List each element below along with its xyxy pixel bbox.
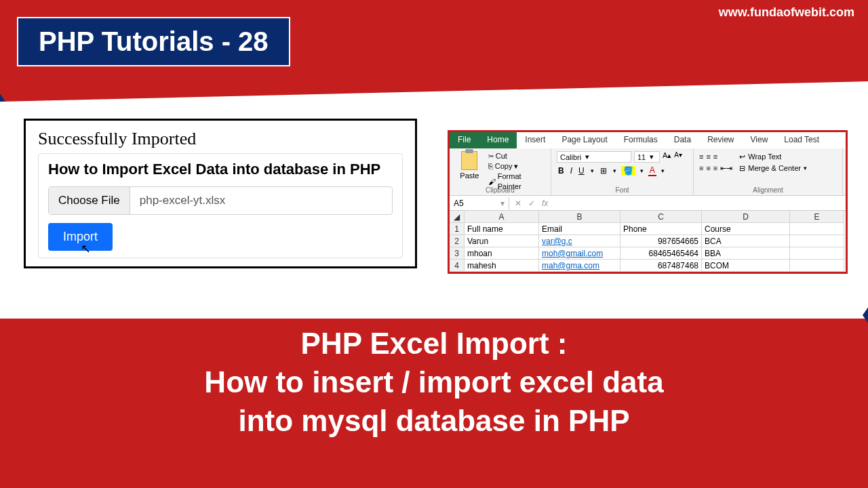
merge-center-button[interactable]: ⊟ Merge & Center ▾ <box>739 163 807 174</box>
cell[interactable]: BCOM <box>702 260 790 272</box>
font-group: Calibri▾ 11▾ A▴ A▾ B I U▾ ⊞▾ 🪣▾ A▾ Font <box>551 148 694 195</box>
cancel-icon[interactable]: ✕ <box>515 199 521 208</box>
tab-load-test[interactable]: Load Test <box>776 132 827 148</box>
bold-button[interactable]: B <box>557 166 566 176</box>
row-header[interactable]: 2 <box>450 235 465 247</box>
col-header-c[interactable]: C <box>620 211 702 223</box>
shrink-font-icon[interactable]: A▾ <box>674 151 682 163</box>
indent-icon[interactable]: ⇤⇥ <box>720 163 732 174</box>
scissors-icon: ✂ <box>488 151 494 161</box>
caption: PHP Excel Import : How to insert / impor… <box>0 324 868 441</box>
cell[interactable]: var@g.c <box>539 235 620 247</box>
cut-label: Cut <box>496 151 507 161</box>
alignment-group-label: Alignment <box>694 186 842 194</box>
chevron-down-icon: ▾ <box>585 152 589 161</box>
cell[interactable]: 687487468 <box>620 260 702 272</box>
col-header-b[interactable]: B <box>539 211 620 223</box>
formula-bar: A5 ▾ ✕✓fx <box>450 196 846 211</box>
align-center-icon[interactable]: ≡ <box>706 163 710 174</box>
confirm-icon[interactable]: ✓ <box>528 199 535 208</box>
cell[interactable] <box>790 247 844 260</box>
row-header[interactable]: 3 <box>450 247 465 260</box>
tutorial-title-box: PHP Tutorials - 28 <box>17 17 290 66</box>
cell[interactable] <box>790 223 844 235</box>
row-header[interactable]: 1 <box>450 223 465 235</box>
chevron-down-icon: ▾ <box>589 167 595 174</box>
cell[interactable]: mhoan <box>465 247 539 260</box>
font-size-value: 11 <box>637 153 646 161</box>
cell-reference[interactable]: A5 ▾ <box>450 197 509 209</box>
cell[interactable] <box>790 260 844 272</box>
paste-button[interactable]: Paste <box>455 151 484 192</box>
select-all-corner[interactable]: ◢ <box>450 211 465 223</box>
paste-icon <box>461 151 477 170</box>
wrap-text-button[interactable]: ↩ Wrap Text <box>739 151 807 163</box>
cut-button[interactable]: ✂Cut <box>488 151 545 161</box>
grow-font-icon[interactable]: A▴ <box>663 151 671 163</box>
align-right-icon[interactable]: ≡ <box>713 163 717 174</box>
copy-button[interactable]: ⎘Copy ▾ <box>488 161 545 171</box>
alignment-group: ≡ ≡ ≡ ≡ ≡ ≡ ⇤⇥ ↩ Wrap Text ⊟ Merge & Cen… <box>694 148 843 195</box>
cell[interactable]: Varun <box>465 235 539 247</box>
tab-view[interactable]: View <box>743 132 776 148</box>
font-name-select[interactable]: Calibri▾ <box>557 151 631 163</box>
excel-window: File Home Insert Page Layout Formulas Da… <box>448 130 848 274</box>
font-group-label: Font <box>551 186 693 194</box>
cell[interactable]: 987654665 <box>620 235 702 247</box>
cell[interactable]: mahesh <box>465 260 539 272</box>
clipboard-group: Paste ✂Cut ⎘Copy ▾ 🖌Format Painter Clipb… <box>450 148 551 195</box>
font-name-value: Calibri <box>560 153 581 161</box>
brush-icon: 🖌 <box>488 177 496 187</box>
cell[interactable]: Email <box>539 223 620 235</box>
tab-file[interactable]: File <box>450 132 479 148</box>
cell[interactable]: Full name <box>465 223 539 235</box>
cell[interactable]: BCA <box>702 235 790 247</box>
spreadsheet-grid: ◢ A B C D E 1 Full name Email Phone Cour… <box>450 211 846 272</box>
import-button[interactable]: Import ↖ <box>48 223 113 251</box>
align-left-icon[interactable]: ≡ <box>699 163 703 174</box>
cell[interactable]: Phone <box>620 223 702 235</box>
chevron-down-icon: ▾ <box>639 167 645 174</box>
clipboard-group-label: Clipboard <box>450 186 551 194</box>
formula-input[interactable] <box>553 202 846 205</box>
chevron-down-icon: ▾ <box>804 163 807 174</box>
import-card: How to Import Excel Data into database i… <box>38 153 403 258</box>
paste-label: Paste <box>460 171 479 180</box>
align-top-icon[interactable]: ≡ <box>699 152 703 162</box>
col-header-d[interactable]: D <box>702 211 790 223</box>
chevron-down-icon: ▾ <box>514 161 518 171</box>
fx-icon[interactable]: fx <box>542 199 548 208</box>
align-mid-icon[interactable]: ≡ <box>706 152 710 162</box>
font-color-button[interactable]: A <box>648 165 656 176</box>
row-header[interactable]: 4 <box>450 260 465 272</box>
cell[interactable]: moh@gmail.com <box>539 247 620 260</box>
site-url: www.fundaofwebit.com <box>719 5 854 20</box>
font-size-select[interactable]: 11▾ <box>634 151 660 163</box>
cell[interactable]: 68465465464 <box>620 247 702 260</box>
copy-label: Copy <box>495 161 513 171</box>
choose-file-button[interactable]: Choose File <box>49 187 130 214</box>
chevron-down-icon: ▾ <box>500 199 505 208</box>
fill-color-button[interactable]: 🪣 <box>621 166 635 176</box>
php-import-panel: Successfully Imported How to Import Exce… <box>24 119 417 268</box>
cell[interactable] <box>790 235 844 247</box>
col-header-a[interactable]: A <box>465 211 539 223</box>
tab-formulas[interactable]: Formulas <box>616 132 666 148</box>
italic-button[interactable]: I <box>569 166 574 176</box>
align-bot-icon[interactable]: ≡ <box>713 152 717 162</box>
copy-icon: ⎘ <box>488 161 493 171</box>
cell[interactable]: mah@gma.com <box>539 260 620 272</box>
cell[interactable]: BBA <box>702 247 790 260</box>
cell[interactable]: Course <box>702 223 790 235</box>
border-button[interactable]: ⊞ <box>599 166 608 176</box>
chevron-down-icon: ▾ <box>650 152 654 161</box>
tab-insert[interactable]: Insert <box>517 132 553 148</box>
underline-button[interactable]: U <box>577 166 586 176</box>
tab-data[interactable]: Data <box>666 132 699 148</box>
tab-page-layout[interactable]: Page Layout <box>553 132 615 148</box>
chevron-down-icon: ▾ <box>612 167 618 174</box>
chevron-down-icon: ▾ <box>660 167 666 174</box>
tab-review[interactable]: Review <box>699 132 742 148</box>
tab-home[interactable]: Home <box>479 132 517 148</box>
col-header-e[interactable]: E <box>790 211 844 223</box>
